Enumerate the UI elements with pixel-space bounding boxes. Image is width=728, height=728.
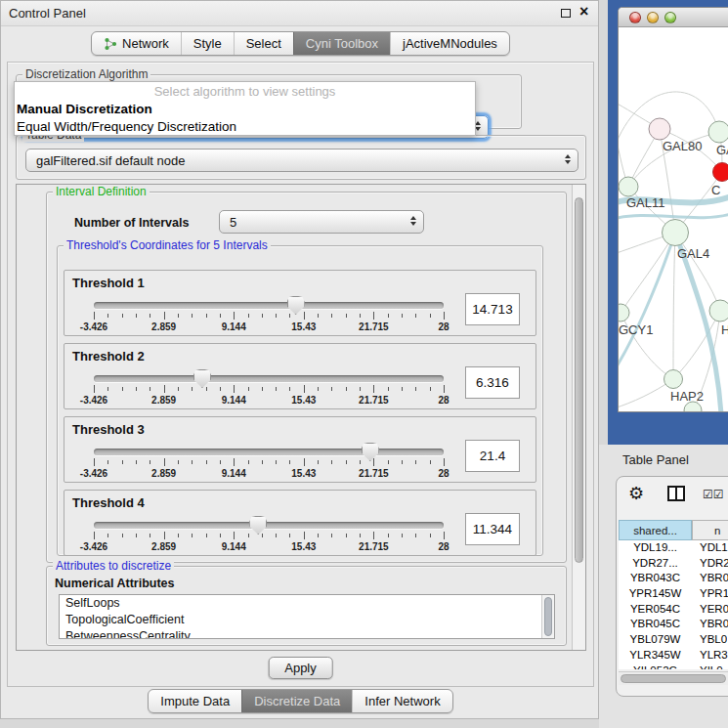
settings-scrollbar-thumb[interactable] [575,197,583,563]
network-node-GAL80-node[interactable] [649,118,670,140]
threshold-1-slider: -3.4262.8599.14415.4321.71528 [92,296,448,335]
interval-definition-group-title: Interval Definition [53,185,150,198]
tab-style[interactable]: Style [181,32,234,55]
thresholds-group: Threshold's Coordinates for 5 Intervals … [57,245,543,556]
tab-label: Network [122,36,169,51]
network-node-red-node[interactable] [713,163,728,182]
attributes-list-scrollbar[interactable] [541,595,554,638]
bottom-tab-impute-data[interactable]: Impute Data [149,690,241,712]
threshold-2-slider-track[interactable] [94,375,444,382]
apply-button[interactable]: Apply [268,657,333,679]
control-panel-title: Control Panel [9,6,86,21]
table-row[interactable]: YER054CYER0 [619,602,728,618]
table-horizontal-scrollbar-thumb[interactable] [621,674,726,683]
tick-mark [122,534,123,537]
control-panel-tab-bar: NetworkStyleSelectCyni ToolboxjActiveMNo… [1,31,600,56]
tick-mark [360,534,361,537]
minimize-traffic-light-icon[interactable] [647,12,659,23]
tab-select[interactable]: Select [234,32,293,55]
settings-vertical-scrollbar[interactable] [572,185,585,650]
network-node-GCY1-node[interactable] [619,304,629,321]
tick-mark [178,314,179,318]
slider-tick-labels: -3.4262.8599.14415.4321.71528 [94,541,444,553]
network-node-label: HAP2 [670,389,704,404]
float-window-icon[interactable] [561,9,571,18]
table-cell: YIL052C [619,664,692,670]
zoom-traffic-light-icon[interactable] [664,12,676,23]
table-row[interactable]: YDL19...YDL1 [619,540,728,556]
table-row[interactable]: YDR27...YDR2 [619,556,728,572]
tick-mark [150,460,150,464]
settings-gear-icon[interactable]: ⚙ [628,483,644,504]
tick-mark [318,314,319,318]
network-node-H-node[interactable] [709,300,728,321]
combo-stepper-icon [410,216,416,226]
attribute-item-selfloops[interactable]: SelfLoops [60,595,554,612]
network-icon [104,37,117,51]
threshold-3-label: Threshold 3 [72,422,145,437]
bottom-tab-discretize-data[interactable]: Discretize Data [241,690,352,712]
table-cell: YBR043C [619,571,692,586]
column-header-shared[interactable]: shared... [619,520,692,540]
tick-mark [373,532,374,539]
tick-mark [373,385,374,393]
tick-mark [388,534,389,537]
network-node-GA-node[interactable] [708,121,728,143]
tab-label: Cyni Toolbox [306,36,378,51]
tab-cyni-toolbox[interactable]: Cyni Toolbox [293,32,390,55]
threshold-2-value-field[interactable]: 6.316 [465,366,520,399]
algorithm-option-manual-discretization[interactable]: Manual Discretization [15,101,475,118]
slider-ticks [94,312,444,321]
tick-mark [220,314,221,318]
tick-mark [220,460,221,464]
threshold-1-value-field[interactable]: 14.713 [465,293,520,325]
number-of-intervals-combobox[interactable]: 5 [219,210,424,234]
numerical-attributes-list[interactable]: SelfLoopsTopologicalCoefficientBetweenne… [59,594,555,639]
network-node-GAL4-node[interactable] [663,220,689,246]
checked-box-icons[interactable]: ☑☑ [703,488,724,501]
table-data-combobox[interactable]: galFiltered.sif default node [25,149,578,172]
table-row[interactable]: YBL079WYBL0 [619,632,728,648]
threshold-1-slider-track[interactable] [94,302,444,309]
split-columns-icon[interactable] [667,486,685,501]
threshold-3-value-field[interactable]: 21.4 [465,440,520,472]
tick-mark [248,534,249,537]
table-cell: YBR0 [692,617,728,632]
close-traffic-light-icon[interactable] [629,12,641,23]
table-row[interactable]: YBR045CYBR0 [619,617,728,632]
table-horizontal-scrollbar[interactable] [619,671,728,685]
table-row[interactable]: YLR345WYLR3 [619,648,728,664]
attributes-list-scrollbar-thumb[interactable] [544,597,552,636]
tick-label: 9.144 [222,468,246,479]
table-row[interactable]: YIL052CYIL0 [619,664,728,670]
tick-mark [360,314,361,318]
tick-mark [192,387,193,391]
tab-network[interactable]: Network [92,32,181,55]
tick-mark [373,312,374,320]
algorithm-option-equal-width-frequency[interactable]: Equal Width/Frequency Discretization [15,118,475,136]
table-row[interactable]: YBR043CYBR0 [619,571,728,586]
threshold-4-value-field[interactable]: 11.344 [465,513,520,545]
tick-mark [248,460,249,464]
tick-mark [234,458,235,466]
tab-label: Discretize Data [254,694,340,708]
attribute-item-betweennesscentrality[interactable]: BetweennessCentrality [60,628,554,639]
close-icon[interactable]: × [579,3,588,21]
tick-label: 2.859 [151,395,176,406]
tick-mark [388,387,389,391]
network-node-GAL11-node[interactable] [619,177,638,196]
table-row[interactable]: YPR145WYPR1 [619,586,728,602]
tab-jactivemnodules[interactable]: jActiveMNodules [390,32,509,55]
tick-label: -3.426 [80,541,107,552]
threshold-4-slider-track[interactable] [94,522,444,529]
tick-label: 9.144 [222,321,246,332]
network-node-HAP2-node[interactable] [664,370,683,389]
column-header-name[interactable]: n [692,520,728,540]
bottom-tab-infer-network[interactable]: Infer Network [352,690,451,712]
threshold-3-slider-track[interactable] [94,449,444,455]
threshold-4-block: Threshold 4-3.4262.8599.14415.4321.71528… [64,490,536,556]
attribute-item-topologicalcoefficient[interactable]: TopologicalCoefficient [60,612,554,628]
tick-mark [192,314,193,318]
network-canvas[interactable]: GAL80GACGAL11GAL4GCY1HHAP2 [619,27,728,412]
control-panel-titlebar: Control Panel × [1,1,598,26]
